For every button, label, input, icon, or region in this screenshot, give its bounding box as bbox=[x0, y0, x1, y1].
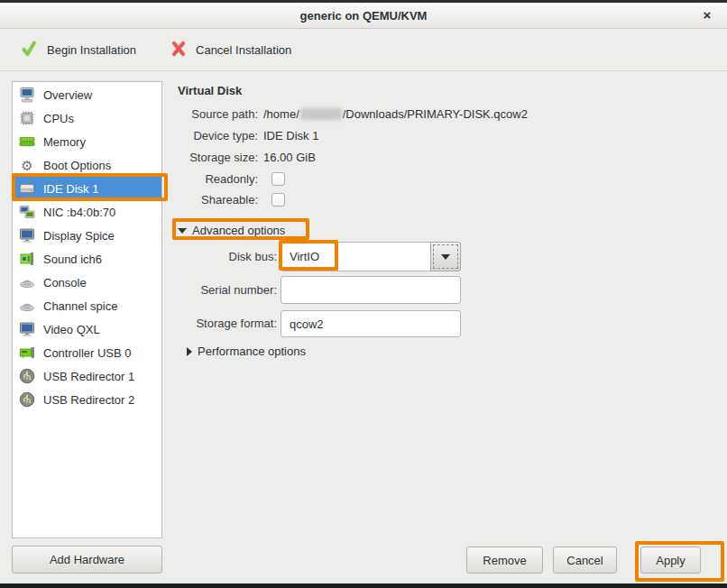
checkmark-icon bbox=[20, 40, 38, 60]
storage-size-row: Storage size: 16.00 GiB bbox=[171, 151, 316, 164]
titlebar[interactable]: generic on QEMU/KVM × bbox=[0, 3, 727, 29]
controller-icon bbox=[18, 344, 36, 362]
network-icon bbox=[18, 203, 36, 221]
advanced-options-label: Advanced options bbox=[192, 224, 285, 237]
cpu-icon bbox=[18, 109, 36, 127]
apply-label: Apply bbox=[656, 554, 686, 567]
sidebar-item-ide-disk-1[interactable]: IDE Disk 1 bbox=[13, 177, 161, 200]
chevron-down-icon bbox=[441, 254, 450, 260]
sidebar-item-display-spice[interactable]: Display Spice bbox=[13, 224, 161, 247]
disk-icon bbox=[18, 179, 36, 198]
disk-bus-label: Disk bus: bbox=[178, 250, 277, 263]
window-top-edge bbox=[0, 0, 727, 3]
remove-button[interactable]: Remove bbox=[466, 547, 543, 574]
sidebar-item-channel-spice[interactable]: Channel spice bbox=[13, 294, 161, 317]
sidebar-item-label: Display Spice bbox=[43, 229, 115, 243]
panel-heading: Virtual Disk bbox=[178, 84, 242, 97]
disk-bus-value: VirtIO bbox=[290, 250, 319, 263]
cancel-installation-button[interactable]: Cancel Installation bbox=[163, 35, 299, 65]
source-path-row: Source path: /home//Downloads/PRIMARY-DI… bbox=[171, 107, 528, 121]
performance-options-label: Performance options bbox=[198, 345, 306, 358]
sidebar-item-label: Overview bbox=[43, 88, 92, 102]
storage-size-label: Storage size: bbox=[171, 151, 258, 164]
serial-number-label: Serial number: bbox=[178, 283, 277, 297]
sidebar-item-usb-redirector-2[interactable]: USB Redirector 2 bbox=[13, 388, 161, 411]
remove-label: Remove bbox=[483, 554, 526, 567]
monitor-icon bbox=[18, 226, 36, 244]
performance-options-expander[interactable]: Performance options bbox=[187, 345, 306, 358]
source-path-label: Source path: bbox=[171, 107, 258, 121]
readonly-row: Readonly: bbox=[171, 172, 285, 186]
sound-icon bbox=[18, 250, 36, 268]
device-type-label: Device type: bbox=[171, 129, 258, 142]
serial-number-input[interactable] bbox=[281, 276, 461, 304]
window-bottom-edge bbox=[0, 583, 727, 588]
sidebar-item-label: Video QXL bbox=[43, 323, 100, 336]
sidebar-item-label: NIC :b4:0b:70 bbox=[43, 206, 115, 219]
hardware-list: OverviewCPUsMemory⚙Boot OptionsIDE Disk … bbox=[12, 81, 162, 538]
toolbar: Begin Installation Cancel Installation bbox=[0, 29, 727, 71]
device-type-value: IDE Disk 1 bbox=[263, 129, 318, 142]
sidebar-item-usb-redirector-1[interactable]: USB Redirector 1 bbox=[13, 364, 161, 388]
expander-open-icon bbox=[178, 228, 187, 234]
begin-installation-button[interactable]: Begin Installation bbox=[13, 34, 143, 66]
sidebar-item-boot-options[interactable]: ⚙Boot Options bbox=[13, 153, 161, 177]
storage-size-value: 16.00 GiB bbox=[263, 151, 316, 164]
shareable-checkbox[interactable] bbox=[271, 193, 285, 207]
close-icon[interactable]: × bbox=[698, 6, 716, 24]
serial-icon bbox=[18, 297, 36, 315]
usb-icon bbox=[18, 390, 36, 409]
sidebar-item-label: Controller USB 0 bbox=[43, 346, 132, 360]
sidebar-item-console[interactable]: Console bbox=[13, 271, 161, 294]
sidebar-item-label: Boot Options bbox=[43, 159, 111, 172]
sidebar-item-nic-b4-0b-70[interactable]: NIC :b4:0b:70 bbox=[13, 200, 161, 224]
device-type-row: Device type: IDE Disk 1 bbox=[171, 129, 318, 142]
cancel-button[interactable]: Cancel bbox=[553, 547, 617, 574]
storage-format-input[interactable] bbox=[281, 310, 461, 337]
cancel-label: Cancel bbox=[566, 554, 603, 567]
disk-bus-dropdown-button[interactable] bbox=[430, 242, 461, 271]
sidebar-item-memory[interactable]: Memory bbox=[13, 130, 161, 153]
memory-icon bbox=[18, 133, 36, 151]
sidebar-item-label: Memory bbox=[43, 135, 86, 149]
source-path-value: /home//Downloads/PRIMARY-DISK.qcow2 bbox=[263, 107, 528, 121]
monitor-icon bbox=[18, 320, 36, 338]
storage-format-label: Storage format: bbox=[178, 317, 277, 330]
begin-installation-label: Begin Installation bbox=[47, 43, 136, 57]
sidebar-item-sound-ich6[interactable]: Sound ich6 bbox=[13, 247, 161, 271]
sidebar-item-label: USB Redirector 1 bbox=[43, 370, 134, 383]
redacted-username bbox=[300, 108, 342, 120]
window-title: generic on QEMU/KVM bbox=[300, 9, 428, 23]
serial-icon bbox=[18, 273, 36, 291]
sidebar-item-video-qxl[interactable]: Video QXL bbox=[13, 317, 161, 341]
advanced-options-expander[interactable]: Advanced options bbox=[178, 224, 285, 237]
sidebar-item-label: IDE Disk 1 bbox=[43, 182, 98, 196]
shareable-row: Shareable: bbox=[171, 193, 285, 207]
sidebar-item-cpus[interactable]: CPUs bbox=[13, 106, 161, 130]
expander-closed-icon bbox=[187, 347, 192, 356]
sidebar-item-label: Console bbox=[43, 276, 87, 289]
sidebar-item-label: CPUs bbox=[43, 112, 74, 125]
sidebar-item-controller-usb-0[interactable]: Controller USB 0 bbox=[13, 341, 161, 364]
usb-icon bbox=[18, 367, 36, 385]
sidebar-item-label: USB Redirector 2 bbox=[43, 393, 134, 407]
add-hardware-button[interactable]: Add Hardware bbox=[12, 546, 162, 574]
readonly-checkbox[interactable] bbox=[271, 172, 285, 186]
add-hardware-label: Add Hardware bbox=[50, 553, 124, 566]
computer-icon bbox=[18, 86, 36, 104]
disk-bus-combobox[interactable]: VirtIO bbox=[281, 242, 431, 271]
shareable-label: Shareable: bbox=[171, 193, 258, 207]
gears-icon: ⚙ bbox=[18, 156, 36, 174]
sidebar-item-label: Sound ich6 bbox=[43, 253, 102, 266]
apply-button[interactable]: Apply bbox=[640, 547, 701, 574]
red-x-icon bbox=[170, 41, 187, 60]
vm-details-window: generic on QEMU/KVM × Begin Installation… bbox=[0, 0, 727, 588]
readonly-label: Readonly: bbox=[171, 172, 258, 186]
cancel-installation-label: Cancel Installation bbox=[196, 43, 291, 57]
sidebar-item-label: Channel spice bbox=[43, 299, 117, 313]
sidebar-item-overview[interactable]: Overview bbox=[13, 83, 161, 106]
